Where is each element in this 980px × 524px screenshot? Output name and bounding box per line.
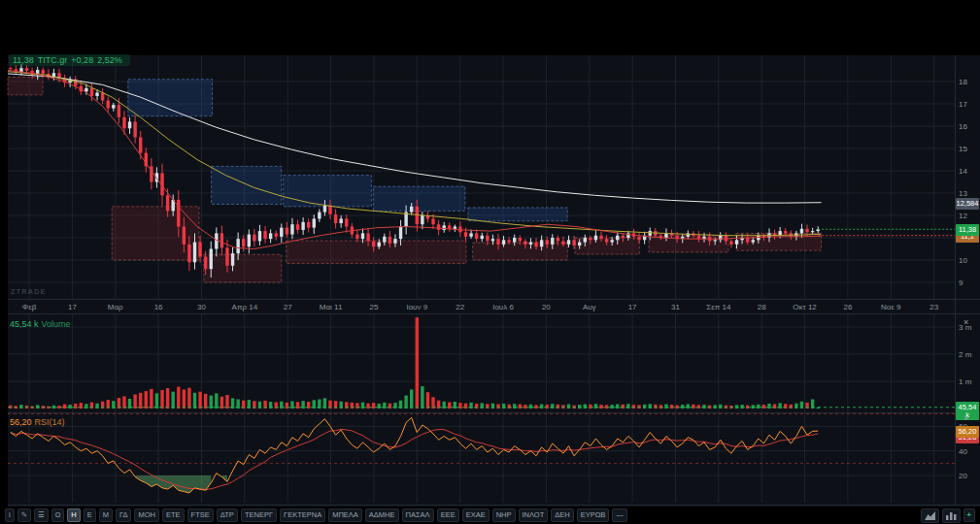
ticker-button-15[interactable]: ΕΥΡΩΒ <box>577 508 610 522</box>
pencil-icon[interactable]: ✎ <box>17 508 31 522</box>
ticker-button-6[interactable]: ΓΕΚΤΕΡΝΑ <box>280 508 325 522</box>
ticker-button-7[interactable]: ΜΠΕΛΑ <box>328 508 362 522</box>
ticker-button-9[interactable]: ΠΑΣΑΛ <box>402 508 434 522</box>
timeframe-m-button[interactable]: M <box>99 508 113 522</box>
svg-text:17: 17 <box>68 303 77 311</box>
svg-text:14: 14 <box>959 167 967 176</box>
svg-text:Μαι 11: Μαι 11 <box>320 303 343 311</box>
svg-text:18: 18 <box>959 78 967 86</box>
add-button[interactable]: + <box>963 508 975 522</box>
svg-text:Απρ 14: Απρ 14 <box>232 303 258 311</box>
svg-text:1 m: 1 m <box>959 377 972 386</box>
toolbar-minimize-button[interactable]: — <box>612 508 627 522</box>
svg-text:9: 9 <box>959 278 963 287</box>
ticker-button-13[interactable]: ΙΝΛΟΤ <box>519 508 549 522</box>
svg-text:Ιουλ 6: Ιουλ 6 <box>492 303 514 311</box>
svg-text:Νοε 9: Νοε 9 <box>881 303 901 311</box>
ticker-button-1[interactable]: ΜΟΗ <box>134 508 159 522</box>
ticker-button-3[interactable]: FTSE <box>187 508 214 522</box>
svg-text:22: 22 <box>456 303 464 311</box>
ticker-button-10[interactable]: ΕΕΕ <box>437 508 459 522</box>
svg-text:Οκτ 12: Οκτ 12 <box>793 303 817 311</box>
svg-text:20: 20 <box>959 472 967 480</box>
svg-text:Αυγ: Αυγ <box>583 303 596 311</box>
symbol-legend: 11,38TITC.gr+0,282,52% <box>9 54 130 66</box>
volume-name: Volume <box>42 319 71 329</box>
svg-text:23: 23 <box>929 303 938 311</box>
svg-text:2 m: 2 m <box>959 350 972 359</box>
svg-text:16: 16 <box>959 122 967 131</box>
svg-text:12: 12 <box>959 212 967 220</box>
svg-text:26: 26 <box>843 303 852 311</box>
ticker-button-4[interactable]: ΔΤΡ <box>217 508 238 522</box>
svg-text:17: 17 <box>959 100 967 109</box>
legend-change-pct: 2,52% <box>97 55 122 65</box>
timeframe-e-button[interactable]: E <box>84 508 96 522</box>
volume-close-icon[interactable]: × <box>963 318 968 327</box>
ticker-button-11[interactable]: ΕΧΑΕ <box>462 508 490 522</box>
svg-text:Μαρ: Μαρ <box>108 303 123 311</box>
svg-text:15: 15 <box>959 145 967 153</box>
svg-text:25: 25 <box>369 303 378 311</box>
volume-value: 45,54 k <box>10 319 39 329</box>
ticker-button-0[interactable]: ΓΔ <box>116 508 131 522</box>
panel-backgrounds <box>8 55 980 508</box>
rsi-axis-badge: 56,20 <box>956 426 979 438</box>
legend-last-price: 11,38 <box>13 55 34 65</box>
trading-app-window: 18171615141312111093 m2 m1 m604020Φεβ17Μ… <box>0 0 980 524</box>
svg-text:Φεβ: Φεβ <box>22 303 37 311</box>
list-icon[interactable]: ☰ <box>34 508 49 522</box>
timeframe-h-button[interactable]: H <box>67 508 80 522</box>
ticker-button-2[interactable]: ΕΤΕ <box>162 508 185 522</box>
ztrade-watermark: ZTRADE <box>11 288 47 295</box>
last-price-axis-badge: 11,38 <box>956 224 979 236</box>
svg-text:Σεπ 14: Σεπ 14 <box>706 303 731 311</box>
svg-text:20: 20 <box>542 303 551 311</box>
histogram-icon[interactable] <box>942 508 961 523</box>
legend-change: +0,28 <box>71 55 93 65</box>
ticker-button-5[interactable]: ΤΕΝΕΡΓ <box>241 508 277 522</box>
area-chart-icon[interactable] <box>921 508 939 523</box>
rsi-name: RSI(14) <box>35 417 65 427</box>
svg-text:27: 27 <box>284 303 292 311</box>
svg-text:31: 31 <box>671 303 680 311</box>
svg-text:Ιουν 9: Ιουν 9 <box>406 303 427 311</box>
rsi-indicator-label: 56,20RSI(14) <box>10 417 65 427</box>
svg-text:17: 17 <box>628 303 637 311</box>
ticker-button-12[interactable]: ΝΗΡ <box>492 508 516 522</box>
svg-text:13: 13 <box>959 189 967 198</box>
info-button[interactable]: i <box>5 508 15 522</box>
rsi-close-icon[interactable]: × <box>963 414 968 423</box>
ticker-button-8[interactable]: ΑΔΜΗΕ <box>365 508 399 522</box>
svg-text:16: 16 <box>154 303 163 311</box>
omega-icon[interactable]: Ω <box>51 508 65 522</box>
svg-text:40: 40 <box>959 447 967 456</box>
rsi-value: 56,20 <box>10 417 32 427</box>
svg-text:10: 10 <box>959 256 967 265</box>
legend-symbol: TITC.gr <box>38 55 68 65</box>
bottom-toolbar: i✎☰ΩHEMΓΔΜΟΗΕΤΕFTSEΔΤΡΤΕΝΕΡΓΓΕΚΤΕΡΝΑΜΠΕΛ… <box>0 507 980 524</box>
svg-text:30: 30 <box>197 303 206 311</box>
volume-indicator-label: 45,54 kVolume <box>10 319 71 329</box>
ma-white-axis-badge: 12,584 <box>956 198 979 210</box>
svg-text:28: 28 <box>758 303 766 311</box>
ticker-button-14[interactable]: ΔΕΗ <box>551 508 573 522</box>
chart-canvas[interactable]: 18171615141312111093 m2 m1 m604020Φεβ17Μ… <box>0 0 980 524</box>
